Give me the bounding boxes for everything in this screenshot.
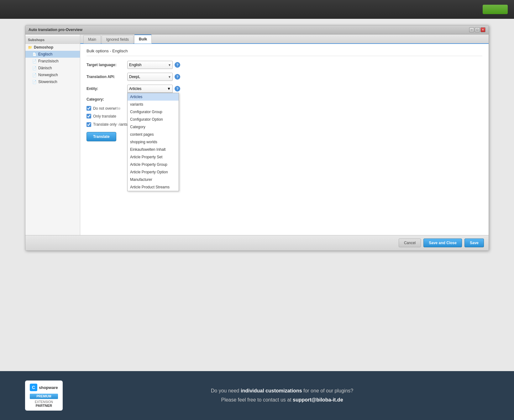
shopware-badge: C shopware PREMIUM EXTENSION PARTNER — [25, 381, 63, 411]
entity-dropdown-list: Articles variants Configurator Group Con… — [127, 93, 179, 191]
top-bar — [0, 0, 514, 19]
promo-text: Do you need individual customizations fo… — [75, 386, 489, 405]
shopware-logo-text: shopware — [39, 385, 58, 390]
daenisch-label: Dänisch — [38, 66, 52, 70]
translate-only-label: Translate only viants — [93, 122, 128, 127]
tab-bulk[interactable]: Bulk — [134, 34, 152, 44]
cancel-button[interactable]: Cancel — [399, 239, 421, 247]
entity-option-property-set[interactable]: Article Property Set — [128, 153, 179, 161]
promo-line2-bold: support@biloba-it.de — [293, 397, 343, 402]
sidebar-item-norwegisch[interactable]: 📄 Norwegisch — [25, 71, 80, 78]
dialog-footer: Cancel Save and Close Save — [25, 235, 489, 250]
englisch-label: Englisch — [38, 52, 52, 56]
close-button[interactable]: ✕ — [480, 27, 485, 32]
promo-line1-start: Do you need — [211, 388, 241, 393]
translation-api-select[interactable]: DeepL Google Translate — [127, 73, 173, 81]
translation-api-help[interactable]: ? — [175, 74, 180, 80]
target-language-select-wrapper: English German French ▼ — [127, 61, 173, 69]
form-row-entity: Entity: Articles ▼ Articles vari — [87, 85, 482, 93]
sidebar-item-daenisch[interactable]: 📄 Dänisch — [25, 65, 80, 71]
entity-option-shopping-worlds[interactable]: shopping worlds — [128, 138, 179, 146]
dialog-title: Auto translation pro-Overview — [29, 28, 469, 32]
promo-line1: Do you need individual customizations fo… — [75, 386, 489, 396]
dialog-controls: ─ □ ✕ — [469, 27, 485, 32]
category-label: Category: — [87, 97, 127, 102]
entity-option-property-option[interactable]: Article Property Option — [128, 168, 179, 176]
page-icon-norwegisch: 📄 — [32, 73, 37, 77]
entity-option-configurator-group[interactable]: Configurator Group — [128, 108, 179, 116]
entity-selected-value: Articles — [129, 87, 141, 91]
panel-title: Bulk options - Englisch — [87, 49, 482, 56]
slowenisch-label: Slowenisch — [38, 80, 57, 84]
demoshop-label: Demoshop — [34, 45, 53, 50]
sidebar-item-demoshop[interactable]: 📁 Demoshop — [25, 44, 80, 51]
promo-line1-bold: individual customizations — [241, 388, 302, 393]
extension-text: EXTENSION — [30, 400, 58, 404]
save-button[interactable]: Save — [464, 239, 484, 247]
translation-api-control: DeepL Google Translate ▼ ? — [127, 73, 180, 81]
franzoesisch-label: Französisch — [38, 59, 59, 63]
entity-control: Articles ▼ Articles variants Configurato… — [127, 85, 180, 93]
norwegisch-label: Norwegisch — [38, 73, 58, 77]
promo-line2: Please feel free to contact us at suppor… — [75, 396, 489, 405]
target-language-help[interactable]: ? — [175, 62, 180, 68]
sidebar-item-franzoesisch[interactable]: 📄 Französisch — [25, 58, 80, 65]
dialog-titlebar: Auto translation pro-Overview ─ □ ✕ — [25, 25, 489, 34]
entity-option-manufacturer[interactable]: Manufacturer — [128, 176, 179, 183]
sidebar: Subshops 📁 Demoshop 📄 Englisch 📄 Französ… — [25, 34, 80, 235]
form-row-translation-api: Translation API: DeepL Google Translate … — [87, 73, 482, 81]
dialog-body: Subshops 📁 Demoshop 📄 Englisch 📄 Französ… — [25, 34, 489, 235]
entity-option-content-pages[interactable]: content pages — [128, 131, 179, 138]
entity-option-variants[interactable]: variants — [128, 101, 179, 108]
save-close-button[interactable]: Save and Close — [423, 239, 462, 247]
target-language-control: English German French ▼ ? — [127, 61, 180, 69]
page-icon-daenisch: 📄 — [32, 66, 37, 70]
dialog-window: Auto translation pro-Overview ─ □ ✕ Subs… — [25, 25, 489, 251]
tab-ignored-fields[interactable]: Ignored fields — [102, 35, 134, 44]
promo-line1-end: for one of our plugins? — [302, 388, 354, 393]
entity-option-property-group[interactable]: Article Property Group — [128, 161, 179, 168]
top-bar-accent — [483, 5, 508, 14]
no-overwrite-label: Do not overwrite — [93, 106, 120, 111]
no-overwrite-checkbox[interactable] — [87, 106, 91, 111]
translate-button[interactable]: Translate — [87, 132, 116, 141]
sidebar-item-slowenisch[interactable]: 📄 Slowenisch — [25, 78, 80, 85]
translate-only-checkbox[interactable] — [87, 122, 91, 127]
translation-api-select-wrapper: DeepL Google Translate ▼ — [127, 73, 173, 81]
entity-select-display[interactable]: Articles ▼ — [127, 85, 173, 93]
maximize-button[interactable]: □ — [475, 27, 480, 32]
shopware-logo-icon: C — [30, 384, 37, 391]
target-language-select[interactable]: English German French — [127, 61, 173, 69]
only-translate-label: Only translate — [93, 114, 116, 118]
entity-label: Entity: — [87, 87, 127, 91]
entity-option-category[interactable]: Category — [128, 123, 179, 131]
entity-option-configurator-option[interactable]: Configurator Option — [128, 116, 179, 123]
folder-icon: 📁 — [28, 45, 32, 50]
page-icon-franzoesisch: 📄 — [32, 59, 37, 63]
entity-option-einkaufswelten[interactable]: Einkaufswelten Inhalt — [128, 146, 179, 153]
content-area: Main Ignored fields Bulk Bulk options - … — [80, 34, 489, 235]
entity-arrow-icon: ▼ — [167, 87, 171, 91]
content-panel: Bulk options - Englisch Target language:… — [80, 44, 489, 235]
target-language-label: Target language: — [87, 63, 127, 67]
only-translate-checkbox[interactable] — [87, 114, 91, 118]
page-icon-slowenisch: 📄 — [32, 80, 37, 84]
partner-text: PARTNER — [30, 404, 58, 407]
entity-dropdown-wrapper: Articles ▼ Articles variants Configurato… — [127, 85, 173, 93]
translation-api-label: Translation API: — [87, 75, 127, 79]
bottom-section: C shopware PREMIUM EXTENSION PARTNER Do … — [0, 371, 514, 420]
entity-help[interactable]: ? — [175, 86, 180, 92]
page-icon-englisch: 📄 — [32, 52, 37, 56]
main-content: Auto translation pro-Overview ─ □ ✕ Subs… — [0, 19, 514, 371]
tab-main[interactable]: Main — [83, 35, 101, 44]
sidebar-header: Subshops — [25, 36, 80, 44]
sidebar-item-englisch[interactable]: 📄 Englisch — [25, 51, 80, 58]
entity-option-product-streams[interactable]: Article Product Streams — [128, 183, 179, 191]
premium-badge: PREMIUM — [30, 394, 58, 399]
shopware-logo: C shopware — [30, 384, 58, 391]
entity-option-articles[interactable]: Articles — [128, 93, 179, 101]
form-row-target-language: Target language: English German French ▼ — [87, 61, 482, 69]
promo-line2-start: Please feel free to contact us at — [221, 397, 293, 402]
tab-bar: Main Ignored fields Bulk — [80, 34, 489, 44]
minimize-button[interactable]: ─ — [469, 27, 474, 32]
